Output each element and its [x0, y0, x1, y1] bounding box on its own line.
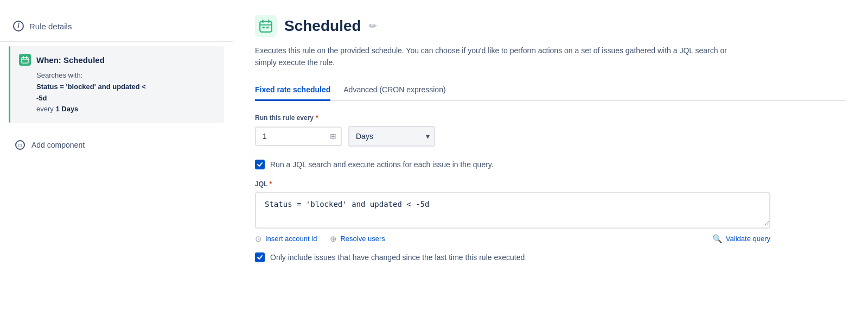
run-every-row: ⊞ Minutes Hours Days Weeks ▾ — [255, 126, 846, 147]
number-input-wrapper: ⊞ — [255, 127, 342, 146]
jql-checkbox-row: Run a JQL search and execute actions for… — [255, 160, 846, 169]
validate-query-label: Validate query — [726, 235, 770, 243]
user-circle-icon: ⊙ — [255, 234, 262, 244]
when-header: When: Scheduled — [19, 54, 215, 66]
tabs-bar: Fixed rate scheduled Advanced (CRON expr… — [255, 80, 846, 101]
users-icon: ⊕ — [330, 234, 337, 244]
when-label: When: Scheduled — [36, 55, 105, 65]
jql-section-label: JQL * — [255, 180, 846, 188]
add-component-label: Add component — [31, 141, 85, 149]
number-input-icon: ⊞ — [330, 132, 336, 141]
period-select[interactable]: Minutes Hours Days Weeks — [348, 126, 435, 147]
period-select-wrapper: Minutes Hours Days Weeks ▾ — [348, 126, 435, 147]
every-days: 1 Days — [55, 105, 78, 113]
jql-textarea-wrapper: Status = 'blocked' and updated < -5d — [255, 192, 770, 229]
rule-details-label: Rule details — [29, 22, 72, 31]
jql-textarea[interactable]: Status = 'blocked' and updated < -5d — [256, 193, 769, 226]
svg-rect-9 — [266, 27, 269, 28]
insert-account-id-button[interactable]: ⊙ Insert account id — [255, 234, 317, 244]
jql-checkbox[interactable] — [255, 160, 265, 169]
required-star: * — [316, 114, 318, 122]
edit-icon[interactable]: ✏ — [369, 20, 377, 32]
main-description: Executes this rule on the provided sched… — [255, 45, 743, 69]
resolve-users-button[interactable]: ⊕ Resolve users — [330, 234, 385, 244]
main-content: Scheduled ✏ Executes this rule on the pr… — [233, 0, 868, 335]
svg-rect-8 — [263, 27, 265, 28]
sidebar-divider — [0, 41, 233, 42]
jql-condition: Status = 'blocked' and updated <-5d — [36, 83, 146, 102]
every-label: every — [36, 105, 54, 113]
last-checkbox-row: Only include issues that have changed si… — [255, 252, 846, 262]
calendar-icon-small — [19, 54, 31, 66]
svg-rect-4 — [260, 21, 272, 32]
when-details: Searches with: Status = 'blocked' and up… — [19, 70, 215, 115]
add-circle-icon: ○ — [15, 140, 25, 150]
jql-actions-row: ⊙ Insert account id ⊕ Resolve users 🔍 Va… — [255, 234, 770, 244]
sidebar-when-scheduled[interactable]: When: Scheduled Searches with: Status = … — [9, 46, 224, 123]
sidebar-item-rule-details[interactable]: i Rule details — [0, 13, 233, 39]
calendar-icon-large — [255, 15, 277, 37]
last-checkbox-label: Only include issues that have changed si… — [270, 253, 525, 262]
svg-rect-0 — [22, 58, 28, 64]
last-checkbox[interactable] — [255, 252, 265, 262]
jql-required-star: * — [269, 180, 272, 188]
resolve-users-label: Resolve users — [340, 235, 385, 243]
run-every-label: Run this rule every * — [255, 114, 846, 122]
add-component-button[interactable]: ○ Add component — [0, 129, 233, 161]
run-every-number-input[interactable] — [255, 127, 342, 146]
searches-with-label: Searches with: — [36, 71, 82, 79]
validate-query-button[interactable]: 🔍 Validate query — [712, 234, 770, 244]
info-icon: i — [13, 21, 24, 31]
sidebar: i Rule details When: Scheduled Searches … — [0, 0, 233, 335]
main-header: Scheduled ✏ — [255, 15, 846, 37]
page-title: Scheduled — [284, 17, 361, 35]
tab-advanced-cron[interactable]: Advanced (CRON expression) — [343, 80, 445, 101]
tab-fixed-rate[interactable]: Fixed rate scheduled — [255, 80, 330, 101]
jql-checkbox-label: Run a JQL search and execute actions for… — [270, 160, 494, 169]
search-icon: 🔍 — [712, 234, 723, 244]
insert-account-id-label: Insert account id — [265, 235, 317, 243]
